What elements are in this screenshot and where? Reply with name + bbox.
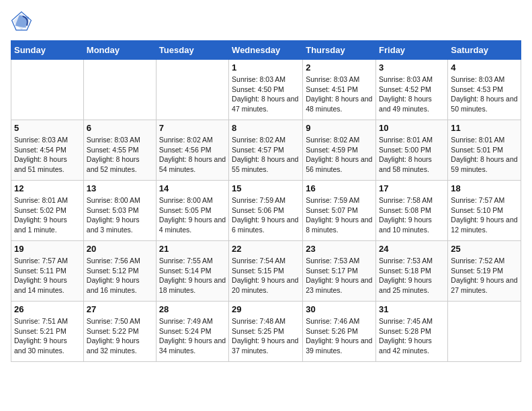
day-info: Sunrise: 7:53 AM Sunset: 5:18 PM Dayligh… <box>379 256 445 295</box>
calendar-cell: 13Sunrise: 8:00 AM Sunset: 5:03 PM Dayli… <box>83 181 156 241</box>
calendar-cell: 29Sunrise: 7:48 AM Sunset: 5:25 PM Dayli… <box>229 302 303 362</box>
day-number: 26 <box>14 304 81 314</box>
day-number: 29 <box>232 304 300 314</box>
day-number: 15 <box>232 183 300 193</box>
day-info: Sunrise: 8:02 AM Sunset: 4:57 PM Dayligh… <box>232 135 300 175</box>
day-info: Sunrise: 7:46 AM Sunset: 5:26 PM Dayligh… <box>306 316 373 356</box>
day-info: Sunrise: 8:03 AM Sunset: 4:55 PM Dayligh… <box>87 135 153 175</box>
calendar-cell <box>448 302 521 362</box>
calendar-cell: 11Sunrise: 8:01 AM Sunset: 5:01 PM Dayli… <box>448 120 521 181</box>
day-info: Sunrise: 8:01 AM Sunset: 5:01 PM Dayligh… <box>451 135 518 175</box>
calendar-cell: 20Sunrise: 7:56 AM Sunset: 5:12 PM Dayli… <box>83 241 156 302</box>
day-info: Sunrise: 7:59 AM Sunset: 5:06 PM Dayligh… <box>232 195 300 235</box>
calendar-cell <box>83 60 156 120</box>
day-number: 20 <box>87 244 153 254</box>
calendar-cell: 23Sunrise: 7:53 AM Sunset: 5:17 PM Dayli… <box>303 241 376 302</box>
calendar-cell: 31Sunrise: 7:45 AM Sunset: 5:28 PM Dayli… <box>376 302 448 362</box>
calendar-cell: 28Sunrise: 7:49 AM Sunset: 5:24 PM Dayli… <box>156 302 228 362</box>
calendar-week-row: 12Sunrise: 8:01 AM Sunset: 5:02 PM Dayli… <box>11 181 521 241</box>
calendar-cell: 30Sunrise: 7:46 AM Sunset: 5:26 PM Dayli… <box>303 302 376 362</box>
day-number: 4 <box>451 62 518 73</box>
calendar-cell: 17Sunrise: 7:58 AM Sunset: 5:08 PM Dayli… <box>376 181 448 241</box>
day-number: 22 <box>232 244 300 254</box>
calendar-week-row: 19Sunrise: 7:57 AM Sunset: 5:11 PM Dayli… <box>11 241 521 302</box>
day-info: Sunrise: 7:56 AM Sunset: 5:12 PM Dayligh… <box>87 256 153 295</box>
calendar-cell: 3Sunrise: 8:03 AM Sunset: 4:52 PM Daylig… <box>376 60 448 120</box>
day-info: Sunrise: 8:03 AM Sunset: 4:54 PM Dayligh… <box>14 135 81 175</box>
calendar-cell: 2Sunrise: 8:03 AM Sunset: 4:51 PM Daylig… <box>303 60 376 120</box>
day-info: Sunrise: 7:48 AM Sunset: 5:25 PM Dayligh… <box>232 316 300 356</box>
day-number: 21 <box>159 244 226 254</box>
day-number: 23 <box>306 244 373 254</box>
day-number: 5 <box>14 123 81 133</box>
day-number: 25 <box>451 244 518 254</box>
day-info: Sunrise: 7:45 AM Sunset: 5:28 PM Dayligh… <box>379 316 445 356</box>
calendar-cell: 15Sunrise: 7:59 AM Sunset: 5:06 PM Dayli… <box>229 181 303 241</box>
day-info: Sunrise: 8:01 AM Sunset: 5:02 PM Dayligh… <box>14 195 81 235</box>
calendar-cell: 5Sunrise: 8:03 AM Sunset: 4:54 PM Daylig… <box>11 120 84 181</box>
calendar-cell: 21Sunrise: 7:55 AM Sunset: 5:14 PM Dayli… <box>156 241 228 302</box>
calendar-cell: 14Sunrise: 8:00 AM Sunset: 5:05 PM Dayli… <box>156 181 228 241</box>
day-info: Sunrise: 7:52 AM Sunset: 5:19 PM Dayligh… <box>451 256 518 295</box>
weekday-header: Tuesday <box>156 41 228 60</box>
calendar-cell: 8Sunrise: 8:02 AM Sunset: 4:57 PM Daylig… <box>229 120 303 181</box>
day-number: 18 <box>451 183 518 193</box>
day-number: 12 <box>14 183 81 193</box>
logo-icon <box>11 11 32 32</box>
calendar-cell <box>156 60 228 120</box>
day-info: Sunrise: 7:53 AM Sunset: 5:17 PM Dayligh… <box>306 256 373 295</box>
day-info: Sunrise: 8:00 AM Sunset: 5:05 PM Dayligh… <box>159 195 226 235</box>
weekday-header: Friday <box>376 41 448 60</box>
day-number: 9 <box>306 123 373 133</box>
day-number: 30 <box>306 304 373 314</box>
calendar-week-row: 26Sunrise: 7:51 AM Sunset: 5:21 PM Dayli… <box>11 302 521 362</box>
weekday-header-row: SundayMondayTuesdayWednesdayThursdayFrid… <box>11 41 521 60</box>
day-number: 13 <box>87 183 153 193</box>
calendar-cell: 25Sunrise: 7:52 AM Sunset: 5:19 PM Dayli… <box>448 241 521 302</box>
day-info: Sunrise: 8:03 AM Sunset: 4:52 PM Dayligh… <box>379 75 445 114</box>
calendar-cell: 12Sunrise: 8:01 AM Sunset: 5:02 PM Dayli… <box>11 181 84 241</box>
day-info: Sunrise: 8:01 AM Sunset: 5:00 PM Dayligh… <box>379 135 445 175</box>
day-info: Sunrise: 7:59 AM Sunset: 5:07 PM Dayligh… <box>306 195 373 235</box>
day-number: 27 <box>87 304 153 314</box>
day-info: Sunrise: 7:57 AM Sunset: 5:11 PM Dayligh… <box>14 256 81 295</box>
calendar-table: SundayMondayTuesdayWednesdayThursdayFrid… <box>11 40 521 362</box>
weekday-header: Saturday <box>448 41 521 60</box>
calendar-cell: 16Sunrise: 7:59 AM Sunset: 5:07 PM Dayli… <box>303 181 376 241</box>
weekday-header: Sunday <box>11 41 84 60</box>
day-number: 24 <box>379 244 445 254</box>
day-number: 17 <box>379 183 445 193</box>
day-info: Sunrise: 7:57 AM Sunset: 5:10 PM Dayligh… <box>451 195 518 235</box>
day-info: Sunrise: 8:02 AM Sunset: 4:56 PM Dayligh… <box>159 135 226 175</box>
day-info: Sunrise: 7:51 AM Sunset: 5:21 PM Dayligh… <box>14 316 81 356</box>
day-number: 2 <box>306 62 373 73</box>
calendar-cell: 27Sunrise: 7:50 AM Sunset: 5:22 PM Dayli… <box>83 302 156 362</box>
logo <box>11 11 35 32</box>
day-info: Sunrise: 7:58 AM Sunset: 5:08 PM Dayligh… <box>379 195 445 235</box>
calendar-cell: 10Sunrise: 8:01 AM Sunset: 5:00 PM Dayli… <box>376 120 448 181</box>
calendar-cell: 22Sunrise: 7:54 AM Sunset: 5:15 PM Dayli… <box>229 241 303 302</box>
day-number: 3 <box>379 62 445 73</box>
weekday-header: Wednesday <box>229 41 303 60</box>
calendar-cell: 26Sunrise: 7:51 AM Sunset: 5:21 PM Dayli… <box>11 302 84 362</box>
day-info: Sunrise: 8:03 AM Sunset: 4:50 PM Dayligh… <box>232 75 300 114</box>
calendar-cell: 24Sunrise: 7:53 AM Sunset: 5:18 PM Dayli… <box>376 241 448 302</box>
calendar-cell: 18Sunrise: 7:57 AM Sunset: 5:10 PM Dayli… <box>448 181 521 241</box>
day-number: 10 <box>379 123 445 133</box>
day-number: 11 <box>451 123 518 133</box>
calendar-cell: 7Sunrise: 8:02 AM Sunset: 4:56 PM Daylig… <box>156 120 228 181</box>
day-info: Sunrise: 7:54 AM Sunset: 5:15 PM Dayligh… <box>232 256 300 295</box>
day-number: 19 <box>14 244 81 254</box>
day-number: 7 <box>159 123 226 133</box>
page-header <box>11 11 521 32</box>
weekday-header: Thursday <box>303 41 376 60</box>
calendar-cell <box>11 60 84 120</box>
day-info: Sunrise: 8:02 AM Sunset: 4:59 PM Dayligh… <box>306 135 373 175</box>
day-info: Sunrise: 8:00 AM Sunset: 5:03 PM Dayligh… <box>87 195 153 235</box>
day-number: 14 <box>159 183 226 193</box>
calendar-cell: 4Sunrise: 8:03 AM Sunset: 4:53 PM Daylig… <box>448 60 521 120</box>
day-number: 1 <box>232 62 300 73</box>
calendar-week-row: 1Sunrise: 8:03 AM Sunset: 4:50 PM Daylig… <box>11 60 521 120</box>
day-info: Sunrise: 8:03 AM Sunset: 4:51 PM Dayligh… <box>306 75 373 114</box>
day-number: 6 <box>87 123 153 133</box>
